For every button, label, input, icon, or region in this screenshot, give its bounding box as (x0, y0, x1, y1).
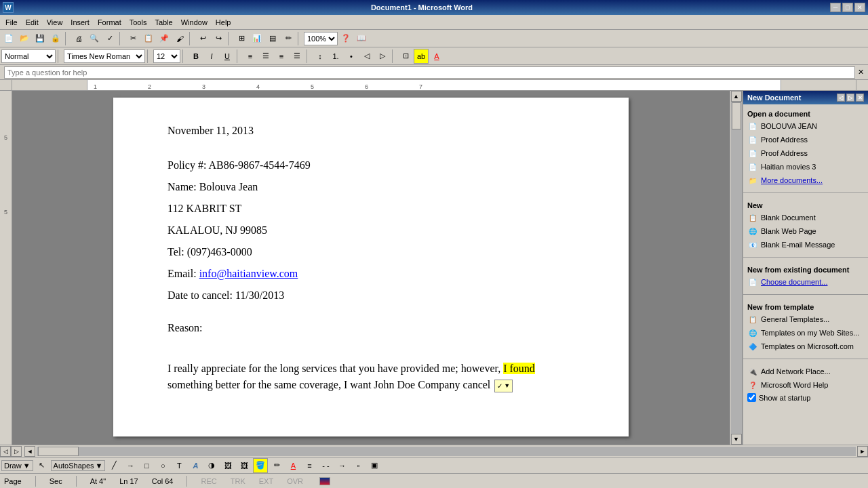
redo-button[interactable]: ↪ (211, 31, 226, 46)
maximize-button[interactable]: □ (842, 3, 853, 12)
arrow-button[interactable]: → (123, 458, 138, 473)
help-button[interactable]: ❓ (338, 31, 353, 46)
italic-button[interactable]: I (204, 49, 219, 64)
highlight-button[interactable]: ab (414, 49, 429, 64)
autocomplete-popup[interactable]: ✓ ▼ (494, 380, 513, 392)
justify-button[interactable]: ☰ (290, 49, 304, 64)
align-left-button[interactable]: ≡ (243, 49, 258, 64)
blank-email-link[interactable]: 📧 Blank E-mail Message (747, 238, 864, 251)
underline-button[interactable]: U (220, 49, 235, 64)
fill-color-button[interactable]: 🪣 (253, 458, 268, 473)
align-center-button[interactable]: ☰ (258, 49, 273, 64)
font-color-button[interactable]: A (429, 49, 444, 64)
blank-document-link[interactable]: 📋 Blank Document (747, 211, 864, 224)
drawing-button[interactable]: ✏ (281, 31, 296, 46)
scroll-thumb[interactable] (732, 102, 741, 129)
scroll-track[interactable] (731, 102, 742, 434)
h-scroll-left-button[interactable]: ◄ (24, 446, 35, 457)
shadow-button[interactable]: ▫ (351, 458, 366, 473)
menu-file[interactable]: File (1, 17, 22, 28)
scroll-down-button[interactable]: ▼ (731, 434, 742, 445)
menu-tools[interactable]: Tools (125, 17, 151, 28)
help-input[interactable] (4, 66, 855, 79)
line-color-button[interactable]: ✏ (269, 458, 284, 473)
undo-button[interactable]: ↩ (195, 31, 210, 46)
format-painter-button[interactable]: 🖌 (172, 31, 187, 46)
line-spacing-button[interactable]: ↕ (313, 49, 328, 64)
open-doc-proof-2[interactable]: 📄 Proof Address (747, 146, 864, 160)
insert-excel-button[interactable]: 📊 (250, 31, 264, 46)
menu-format[interactable]: Format (94, 17, 125, 28)
bullets-button[interactable]: • (344, 49, 359, 64)
next-page-button[interactable]: ▷ (11, 446, 22, 457)
web-templates-link[interactable]: 🌐 Templates on my Web Sites... (747, 326, 864, 340)
rectangle-button[interactable]: □ (139, 458, 154, 473)
font-color-btn-2[interactable]: A (285, 458, 300, 473)
read-mode-button[interactable]: 📖 (354, 31, 369, 46)
prev-page-button[interactable]: ◁ (0, 446, 11, 457)
more-documents-link[interactable]: 📁 More documents... (747, 174, 864, 187)
menu-insert[interactable]: Insert (66, 17, 94, 28)
bold-button[interactable]: B (189, 49, 203, 64)
image-button[interactable]: 🖼 (237, 458, 252, 473)
border-button[interactable]: ⊡ (398, 49, 413, 64)
copy-button[interactable]: 📋 (141, 31, 156, 46)
paste-button[interactable]: 📌 (157, 31, 172, 46)
menu-view[interactable]: View (43, 17, 67, 28)
spell-check-button[interactable]: ✓ (102, 31, 117, 46)
line-style-button[interactable]: ≡ (302, 458, 317, 473)
h-scroll-track[interactable] (37, 447, 856, 456)
help-close-button[interactable]: ✕ (858, 68, 864, 77)
new-button[interactable]: 📄 (1, 31, 16, 46)
h-scroll-right-button[interactable]: ► (857, 446, 868, 457)
panel-close-button[interactable]: ✕ (856, 94, 864, 102)
style-select[interactable]: Normal (1, 49, 56, 63)
scroll-up-button[interactable]: ▲ (731, 91, 742, 102)
menu-edit[interactable]: Edit (22, 17, 43, 28)
open-button[interactable]: 📂 (17, 31, 32, 46)
panel-back-button[interactable]: ◁ (837, 94, 845, 102)
select-cursor-button[interactable]: ↖ (35, 458, 50, 473)
menu-help[interactable]: Help (212, 17, 235, 28)
columns-button[interactable]: ▤ (265, 31, 280, 46)
open-doc-bolouva[interactable]: 📄 BOLOUVA JEAN (747, 119, 864, 133)
align-right-button[interactable]: ≡ (274, 49, 289, 64)
save-button[interactable]: 💾 (33, 31, 47, 46)
menu-table[interactable]: Table (151, 17, 176, 28)
wordart-button[interactable]: A (188, 458, 203, 473)
ms-templates-link[interactable]: 🔷 Templates on Microsoft.com (747, 340, 864, 353)
panel-forward-button[interactable]: ▷ (846, 94, 854, 102)
general-templates-link[interactable]: 📋 General Templates... (747, 312, 864, 326)
line-button[interactable]: ╱ (106, 458, 121, 473)
decrease-indent-button[interactable]: ◁ (359, 49, 374, 64)
open-doc-haitian[interactable]: 📄 Haitian movies 3 (747, 160, 864, 174)
textbox-button[interactable]: T (172, 458, 186, 473)
zoom-select[interactable]: 100% (304, 32, 338, 45)
minimize-button[interactable]: ─ (830, 3, 841, 12)
oval-button[interactable]: ○ (155, 458, 170, 473)
increase-indent-button[interactable]: ▷ (375, 49, 390, 64)
show-at-startup-checkbox[interactable] (747, 393, 756, 402)
cut-button[interactable]: ✂ (125, 31, 140, 46)
word-help-link[interactable]: ❓ Microsoft Word Help (747, 378, 864, 392)
size-select[interactable]: 12 (153, 49, 180, 63)
insert-table-button[interactable]: ⊞ (234, 31, 249, 46)
draw-dropdown[interactable]: Draw ▼ (1, 460, 33, 471)
choose-document-link[interactable]: 📄 Choose document... (747, 275, 864, 289)
arrow-style-button[interactable]: → (334, 458, 349, 473)
email-link[interactable]: info@haitianview.com (199, 268, 298, 279)
diagram-button[interactable]: ◑ (204, 458, 219, 473)
3d-button[interactable]: ▣ (367, 458, 382, 473)
print-preview-button[interactable]: 🔍 (87, 31, 102, 46)
close-button[interactable]: ✕ (854, 3, 865, 12)
numbering-button[interactable]: 1. (328, 49, 343, 64)
menu-window[interactable]: Window (177, 17, 212, 28)
autoshapes-dropdown[interactable]: AutoShapes ▼ (51, 460, 106, 471)
add-network-place-link[interactable]: 🔌 Add Network Place... (747, 365, 864, 378)
autocomplete-down-icon[interactable]: ▼ (504, 382, 510, 391)
blank-webpage-link[interactable]: 🌐 Blank Web Page (747, 224, 864, 238)
h-scroll-thumb[interactable] (38, 447, 79, 456)
clipart-button[interactable]: 🖼 (220, 458, 235, 473)
dash-style-button[interactable]: - - (318, 458, 333, 473)
font-select[interactable]: Times New Roman (64, 49, 145, 63)
